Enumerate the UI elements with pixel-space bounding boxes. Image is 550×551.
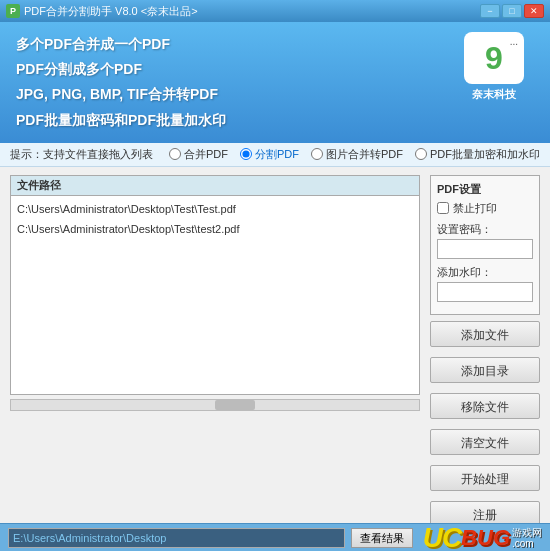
- toolbar-hint: 提示：支持文件直接拖入列表: [10, 147, 153, 162]
- header-line-4: PDF批量加密码和PDF批量加水印: [16, 108, 226, 133]
- add-file-button[interactable]: 添加文件: [430, 321, 540, 347]
- bottom-bar: 查看结果 UC BUG 游戏网 .com: [0, 523, 550, 551]
- radio-encrypt-input[interactable]: [415, 148, 427, 160]
- close-button[interactable]: ✕: [524, 4, 544, 18]
- app-icon: P: [6, 4, 20, 18]
- maximize-button[interactable]: □: [502, 4, 522, 18]
- disable-print-checkbox[interactable]: [437, 202, 449, 214]
- logo-dots: ...: [510, 36, 518, 47]
- watermark-sub-line1: 游戏网: [512, 527, 542, 538]
- watermark-sub-line2: .com: [512, 538, 542, 549]
- radio-merge-input[interactable]: [169, 148, 181, 160]
- output-path-input[interactable]: [8, 528, 345, 548]
- header-line-3: JPG, PNG, BMP, TIF合并转PDF: [16, 82, 226, 107]
- header-line-2: PDF分割成多个PDF: [16, 57, 226, 82]
- file-entry-1: C:\Users\Administrator\Desktop\Test\Test…: [17, 200, 413, 220]
- file-list-header: 文件路径: [11, 176, 419, 196]
- radio-split-label: 分割PDF: [255, 147, 299, 162]
- radio-merge[interactable]: 合并PDF: [169, 147, 228, 162]
- pdf-settings-box: PDF设置 禁止打印 设置密码： 添加水印：: [430, 175, 540, 315]
- disable-print-row: 禁止打印: [437, 201, 533, 216]
- register-button[interactable]: 注册: [430, 501, 540, 523]
- logo: 9 ... 奈末科技: [454, 32, 534, 102]
- logo-name: 奈末科技: [472, 87, 516, 102]
- header-line-1: 多个PDF合并成一个PDF: [16, 32, 226, 57]
- radio-encrypt[interactable]: PDF批量加密和加水印: [415, 147, 540, 162]
- radio-image-input[interactable]: [311, 148, 323, 160]
- remove-file-button[interactable]: 移除文件: [430, 393, 540, 419]
- toolbar: 提示：支持文件直接拖入列表 合并PDF 分割PDF 图片合并转PDF PDF批量…: [0, 143, 550, 167]
- radio-encrypt-label: PDF批量加密和加水印: [430, 147, 540, 162]
- start-button[interactable]: 开始处理: [430, 465, 540, 491]
- header-description: 多个PDF合并成一个PDF PDF分割成多个PDF JPG, PNG, BMP,…: [16, 32, 226, 133]
- watermark-input[interactable]: [437, 282, 533, 302]
- clear-files-button[interactable]: 清空文件: [430, 429, 540, 455]
- logo-number: 9: [485, 42, 503, 74]
- minimize-button[interactable]: −: [480, 4, 500, 18]
- radio-image[interactable]: 图片合并转PDF: [311, 147, 403, 162]
- title-bar: P PDF合并分割助手 V8.0 <奈末出品> − □ ✕: [0, 0, 550, 22]
- left-panel: 文件路径 C:\Users\Administrator\Desktop\Test…: [10, 175, 420, 515]
- settings-title: PDF设置: [437, 182, 533, 197]
- add-dir-button[interactable]: 添加目录: [430, 357, 540, 383]
- scrollbar-thumb[interactable]: [215, 400, 255, 410]
- watermark-bug: BUG: [461, 525, 510, 551]
- main-content: 文件路径 C:\Users\Administrator\Desktop\Test…: [0, 167, 550, 523]
- file-list-content: C:\Users\Administrator\Desktop\Test\Test…: [11, 196, 419, 244]
- disable-print-label: 禁止打印: [453, 201, 497, 216]
- watermark-area: UC BUG 游戏网 .com: [423, 522, 542, 552]
- watermark-sub: 游戏网 .com: [512, 527, 542, 549]
- right-panel: PDF设置 禁止打印 设置密码： 添加水印： 添加文件 添加目录 移除文件 清空…: [430, 175, 540, 515]
- radio-split-input[interactable]: [240, 148, 252, 160]
- radio-image-label: 图片合并转PDF: [326, 147, 403, 162]
- radio-split[interactable]: 分割PDF: [240, 147, 299, 162]
- password-input[interactable]: [437, 239, 533, 259]
- password-label: 设置密码：: [437, 222, 533, 237]
- file-list-box: 文件路径 C:\Users\Administrator\Desktop\Test…: [10, 175, 420, 395]
- file-entry-2: C:\Users\Administrator\Desktop\Test\test…: [17, 220, 413, 240]
- watermark-uc: UC: [423, 522, 461, 552]
- scrollbar[interactable]: [10, 399, 420, 411]
- logo-circle: 9 ...: [464, 32, 524, 84]
- window-controls: − □ ✕: [480, 4, 544, 18]
- mode-radio-group: 合并PDF 分割PDF 图片合并转PDF PDF批量加密和加水印: [169, 147, 540, 162]
- header-section: 多个PDF合并成一个PDF PDF分割成多个PDF JPG, PNG, BMP,…: [0, 22, 550, 143]
- window-title: PDF合并分割助手 V8.0 <奈末出品>: [24, 4, 480, 19]
- app-window: P PDF合并分割助手 V8.0 <奈末出品> − □ ✕ 多个PDF合并成一个…: [0, 0, 550, 551]
- watermark-label: 添加水印：: [437, 265, 533, 280]
- view-result-button[interactable]: 查看结果: [351, 528, 413, 548]
- radio-merge-label: 合并PDF: [184, 147, 228, 162]
